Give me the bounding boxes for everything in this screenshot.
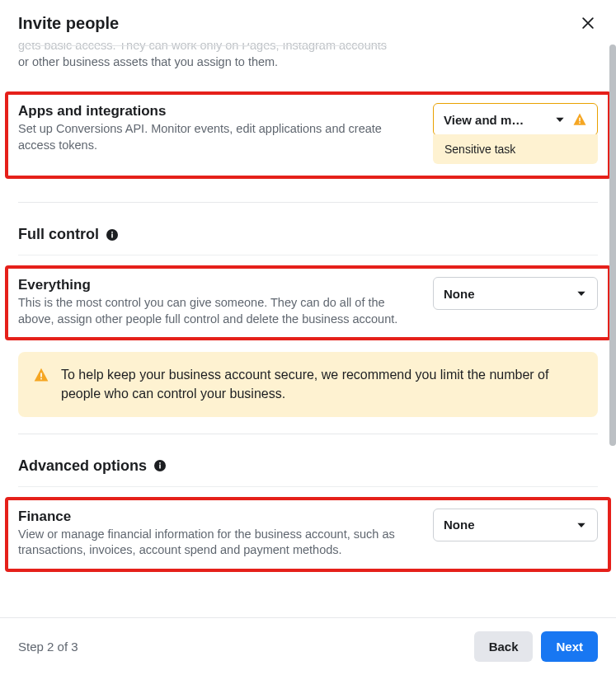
step-indicator: Step 2 of 3 xyxy=(18,640,78,654)
dropdown-value: View and m… xyxy=(444,113,548,127)
everything-title: Everything xyxy=(18,277,420,293)
svg-rect-1 xyxy=(579,123,581,124)
chevron-down-icon xyxy=(576,288,587,299)
security-warning-banner: To help keep your business account secur… xyxy=(18,352,598,416)
invite-people-modal: Invite people gets basic access. They ca… xyxy=(0,0,616,675)
warning-text: To help keep your business account secur… xyxy=(61,365,583,403)
close-icon xyxy=(580,15,596,31)
modal-body: gets basic access. They can work only on… xyxy=(0,43,616,617)
modal-footer: Step 2 of 3 Back Next xyxy=(0,617,616,675)
dropdown-value: None xyxy=(444,287,569,301)
apps-integrations-title: Apps and integrations xyxy=(18,103,420,120)
scrollbar[interactable] xyxy=(609,45,616,617)
divider xyxy=(18,255,598,255)
finance-desc: View or manage financial information for… xyxy=(18,527,420,559)
modal-title: Invite people xyxy=(18,14,119,33)
warning-icon xyxy=(33,367,49,383)
svg-rect-4 xyxy=(111,232,113,233)
next-button[interactable]: Next xyxy=(541,631,598,662)
scrollbar-thumb[interactable] xyxy=(609,45,616,446)
divider xyxy=(18,486,598,487)
warning-icon xyxy=(572,112,587,127)
apps-integrations-section: Apps and integrations Set up Conversions… xyxy=(5,91,611,179)
svg-rect-0 xyxy=(579,118,581,122)
svg-rect-6 xyxy=(40,378,42,380)
info-icon[interactable] xyxy=(153,459,167,472)
sensitive-task-badge: Sensitive task xyxy=(433,134,598,164)
everything-dropdown[interactable]: None xyxy=(433,277,598,310)
close-button[interactable] xyxy=(578,13,598,33)
divider xyxy=(18,434,598,434)
finance-title: Finance xyxy=(18,509,420,525)
finance-dropdown[interactable]: None xyxy=(433,509,598,541)
everything-section: Everything This is the most control you … xyxy=(5,265,611,340)
svg-rect-9 xyxy=(159,462,161,464)
apps-integrations-desc: Set up Conversions API. Monitor events, … xyxy=(18,121,420,153)
full-control-heading: Full control xyxy=(18,226,598,243)
back-button[interactable]: Back xyxy=(474,631,534,662)
advanced-options-heading: Advanced options xyxy=(18,457,598,475)
divider xyxy=(18,202,598,203)
apps-integrations-dropdown[interactable]: View and m… xyxy=(433,103,598,136)
svg-rect-3 xyxy=(111,233,113,237)
svg-rect-8 xyxy=(159,465,161,469)
finance-section: Finance View or manage financial informa… xyxy=(5,497,611,572)
chevron-down-icon xyxy=(576,519,587,531)
svg-rect-5 xyxy=(40,373,42,377)
info-icon[interactable] xyxy=(106,228,119,241)
dropdown-value: None xyxy=(444,518,569,532)
everything-desc: This is the most control you can give so… xyxy=(18,295,420,327)
chevron-down-icon xyxy=(554,114,566,125)
truncated-prev-text: gets basic access. They can work only on… xyxy=(18,43,598,70)
modal-header: Invite people xyxy=(0,0,616,43)
